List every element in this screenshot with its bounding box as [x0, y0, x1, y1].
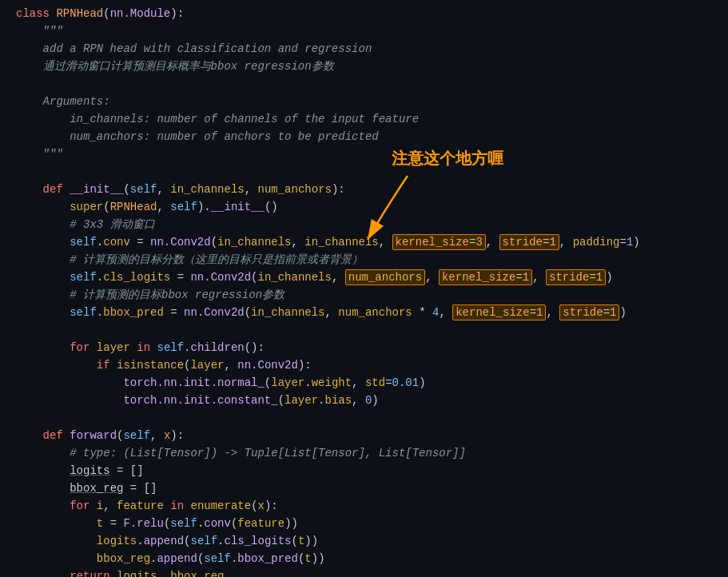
code-line-16: self.cls_logits = nn.Conv2d(in_channels,… [16, 269, 728, 286]
code-line-27: logits = [] [16, 462, 728, 480]
code-line-26: # type: (List[Tensor]) -> Tuple[List[Ten… [16, 444, 728, 462]
code-line-7: in_channels: number of channels of the i… [16, 110, 728, 128]
code-line-24 [16, 409, 728, 427]
code-line-5 [16, 75, 728, 93]
code-line-28: bbox_reg = [] [16, 480, 728, 497]
code-line-4: 通过滑动窗口计算预测目标概率与bbox regression参数 [16, 58, 728, 75]
code-line-3: add a RPN head with classification and r… [16, 40, 728, 58]
code-line-2: """ [16, 22, 728, 40]
code-line-8: num_anchors: number of anchors to be pre… [16, 128, 728, 145]
code-line-6: Arguments: [16, 93, 728, 110]
code-line-20: for layer in self.children(): [16, 339, 728, 356]
code-line-29: for i, feature in enumerate(x): [16, 497, 728, 515]
code-editor: class RPNHead(nn.Module): """ add a RPN … [0, 0, 728, 577]
code-line-9: """ [16, 145, 728, 163]
code-line-30: t = F.relu(self.conv(feature)) [16, 515, 728, 532]
code-line-18: self.bbox_pred = nn.Conv2d(in_channels, … [16, 304, 728, 321]
code-line-1: class RPNHead(nn.Module): [16, 5, 728, 22]
code-line-32: bbox_reg.append(self.bbox_pred(t)) [16, 550, 728, 567]
code-line-19 [16, 321, 728, 339]
code-line-23: torch.nn.init.constant_(layer.bias, 0) [16, 392, 728, 409]
code-line-33: return logits, bbox_reg [16, 567, 728, 577]
code-line-31: logits.append(self.cls_logits(t)) [16, 532, 728, 550]
code-line-22: torch.nn.init.normal_(layer.weight, std=… [16, 374, 728, 392]
annotation-arrow [344, 172, 440, 252]
code-line-25: def forward(self, x): [16, 427, 728, 444]
code-line-15: # 计算预测的目标分数（这里的目标只是指前景或者背景） [16, 251, 728, 269]
code-line-17: # 计算预测的目标bbox regression参数 [16, 286, 728, 304]
code-line-21: if isinstance(layer, nn.Conv2d): [16, 356, 728, 374]
